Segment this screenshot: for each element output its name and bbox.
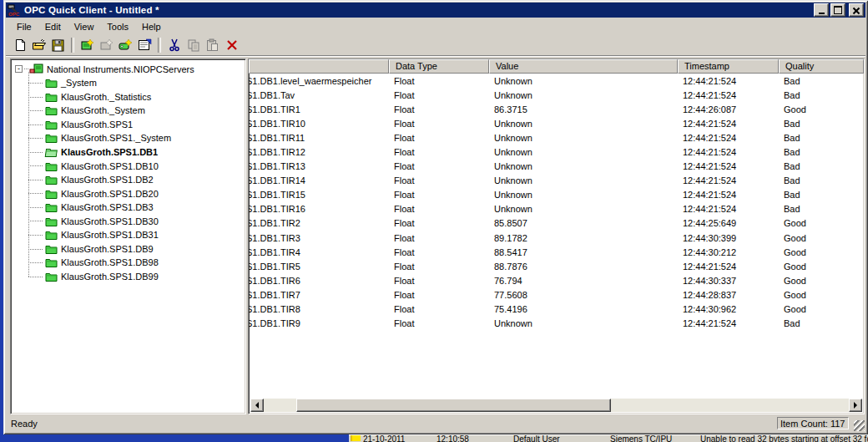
cell-item-id: S1.DB1.TIR14 xyxy=(249,175,389,185)
table-row[interactable]: S1.DB1.TIR1 Float 86.3715 12:44:26:087 G… xyxy=(249,102,864,116)
paste-button[interactable] xyxy=(203,36,222,54)
table-row[interactable]: S1.DB1.TIR2 Float 85.8507 12:44:25:649 G… xyxy=(249,216,864,231)
menu-edit[interactable]: Edit xyxy=(38,19,68,33)
cell-value: Unknown xyxy=(489,318,678,328)
column-timestamp[interactable]: Timestamp xyxy=(678,59,779,74)
table-row[interactable]: S1.DB1.TIR4 Float 88.5417 12:44:30:212 G… xyxy=(249,245,864,259)
table-row[interactable]: S1.DB1.TIR16 Float Unknown 12:44:21:524 … xyxy=(249,202,864,216)
window-title: OPC Quick Client - Untitled * xyxy=(24,5,812,15)
opc-quick-client-window: OPC OPC Quick Client - Untitled * File E… xyxy=(3,0,868,434)
column-value[interactable]: Value xyxy=(489,59,678,74)
cell-item-id: S1.DB1.TIR1 xyxy=(249,104,389,114)
table-row[interactable]: S1.DB1.Tav Float Unknown 12:44:21:524 Ba… xyxy=(249,88,864,102)
save-file-button[interactable] xyxy=(48,36,68,54)
tree-item[interactable]: KlausGroth.SPS1.DB9 xyxy=(27,242,245,257)
new-server-connection-button[interactable] xyxy=(78,36,97,54)
column-item-id[interactable] xyxy=(249,59,389,74)
tree-item[interactable]: KlausGroth.SPS1.DB10 xyxy=(27,159,245,173)
menu-help[interactable]: Help xyxy=(135,19,168,33)
table-row[interactable]: S1.DB1.TIR14 Float Unknown 12:44:21:524 … xyxy=(249,174,864,188)
cell-quality: Bad xyxy=(779,147,864,157)
cell-value: 77.5608 xyxy=(489,290,678,300)
cell-value: Unknown xyxy=(489,161,678,171)
title-bar[interactable]: OPC OPC Quick Client - Untitled * xyxy=(6,3,865,18)
copy-button[interactable] xyxy=(184,36,203,54)
table-row[interactable]: S1.DB1.TIR5 Float 88.7876 12:44:21:524 G… xyxy=(249,259,864,273)
tree-item[interactable]: KlausGroth.SPS1.DB2 xyxy=(27,173,245,187)
scroll-left-button[interactable] xyxy=(250,399,264,412)
cell-data-type: Float xyxy=(389,304,489,314)
tree-item[interactable]: _System xyxy=(27,76,245,90)
tree-item[interactable]: KlausGroth.SPS1._System xyxy=(27,131,245,145)
table-row[interactable]: S1.DB1.TIR12 Float Unknown 12:44:21:524 … xyxy=(249,145,864,159)
collapse-icon[interactable]: - xyxy=(15,65,23,73)
tree-item[interactable]: KlausGroth.SPS1.DB3 xyxy=(27,201,245,215)
tree-item-label: KlausGroth.SPS1.DB20 xyxy=(61,189,159,199)
menu-tools[interactable]: Tools xyxy=(100,19,135,33)
cell-item-id: S1.DB1.TIR7 xyxy=(249,290,389,300)
table-row[interactable]: S1.DB1.TIR8 Float 75.4196 12:44:30:962 G… xyxy=(249,302,864,317)
cell-item-id: S1.DB1.Tav xyxy=(249,90,389,100)
column-data-type[interactable]: Data Type xyxy=(389,59,489,74)
table-row[interactable]: S1.DB1.TIR7 Float 77.5608 12:44:28:837 G… xyxy=(249,287,864,302)
tree-root-item[interactable]: - National Instruments.NIOPCServers xyxy=(15,62,245,76)
cell-value: Unknown xyxy=(489,90,678,100)
maximize-button[interactable] xyxy=(830,3,845,17)
cell-data-type: Float xyxy=(389,204,489,214)
tree-item[interactable]: KlausGroth.SPS1.DB99 xyxy=(27,270,245,284)
menu-file[interactable]: File xyxy=(10,19,38,33)
tree-item-label: KlausGroth.SPS1 xyxy=(61,119,133,130)
tree-item[interactable]: KlausGroth.SPS1.DB1 xyxy=(27,145,245,160)
table-row[interactable]: S1.DB1.TIR15 Float Unknown 12:44:21:524 … xyxy=(249,188,864,202)
tree-item[interactable]: KlausGroth._System xyxy=(27,104,245,118)
tree-item[interactable]: KlausGroth.SPS1 xyxy=(27,118,245,132)
tree-item[interactable]: KlausGroth.SPS1.DB31 xyxy=(27,228,245,242)
delete-button[interactable] xyxy=(222,36,241,54)
properties-button[interactable] xyxy=(135,36,154,54)
close-button[interactable] xyxy=(849,3,864,17)
table-row[interactable]: S1.DB1.TIR10 Float Unknown 12:44:21:524 … xyxy=(249,116,864,130)
tree-item[interactable]: KlausGroth.SPS1.DB30 xyxy=(27,214,245,228)
new-item-button[interactable] xyxy=(116,36,135,54)
table-row[interactable]: S1.DB1.TIR9 Float Unknown 12:44:21:524 B… xyxy=(249,317,864,331)
folder-icon xyxy=(45,230,58,240)
cell-timestamp: 12:44:21:524 xyxy=(678,262,779,272)
tree-children: _System KlausGroth._Statistics xyxy=(27,76,245,283)
cell-data-type: Float xyxy=(389,233,489,243)
new-file-button[interactable] xyxy=(10,36,29,54)
table-row[interactable]: S1.DB1.level_waermespeicher Float Unknow… xyxy=(249,74,864,88)
folder-icon xyxy=(45,175,58,185)
tree-item[interactable]: KlausGroth._Statistics xyxy=(27,90,245,104)
new-group-button[interactable] xyxy=(97,36,116,54)
toolbar-divider xyxy=(6,55,865,57)
minimize-icon xyxy=(819,13,825,14)
tree-item[interactable]: KlausGroth.SPS1.DB98 xyxy=(27,256,245,270)
scrollbar-thumb[interactable] xyxy=(296,399,611,412)
tree-item-label: KlausGroth.SPS1.DB10 xyxy=(61,161,159,171)
list-body: S1.DB1.level_waermespeicher Float Unknow… xyxy=(249,74,864,331)
column-quality[interactable]: Quality xyxy=(779,59,864,74)
tree-item-label: KlausGroth.SPS1.DB30 xyxy=(61,216,159,226)
table-row[interactable]: S1.DB1.TIR3 Float 89.1782 12:44:30:399 G… xyxy=(249,231,864,245)
scroll-right-button[interactable] xyxy=(849,399,862,412)
cell-item-id: S1.DB1.TIR6 xyxy=(249,276,389,286)
tree-item[interactable]: KlausGroth.SPS1.DB20 xyxy=(27,186,245,201)
table-row[interactable]: S1.DB1.TIR11 Float Unknown 12:44:21:524 … xyxy=(249,130,864,145)
table-row[interactable]: S1.DB1.TIR13 Float Unknown 12:44:21:524 … xyxy=(249,160,864,174)
cell-item-id: S1.DB1.TIR8 xyxy=(249,304,389,314)
minimize-button[interactable] xyxy=(814,3,829,17)
menu-view[interactable]: View xyxy=(68,19,101,33)
cell-data-type: Float xyxy=(389,104,489,114)
cell-item-id: S1.DB1.TIR12 xyxy=(249,147,389,157)
horizontal-scrollbar[interactable] xyxy=(250,399,862,412)
toolbar xyxy=(6,35,865,55)
cell-timestamp: 12:44:21:524 xyxy=(678,318,779,328)
event-message: Unable to read 32 bytes starting at offs… xyxy=(700,435,868,442)
open-file-button[interactable] xyxy=(29,36,48,54)
resize-grip[interactable] xyxy=(854,420,865,431)
cut-button[interactable] xyxy=(164,36,184,54)
tree-item-label: KlausGroth.SPS1.DB98 xyxy=(61,257,159,267)
tree-item-label: KlausGroth.SPS1.DB31 xyxy=(61,230,159,240)
opc-hammer-icon: OPC xyxy=(8,4,21,17)
table-row[interactable]: S1.DB1.TIR6 Float 76.794 12:44:30:337 Go… xyxy=(249,273,864,287)
